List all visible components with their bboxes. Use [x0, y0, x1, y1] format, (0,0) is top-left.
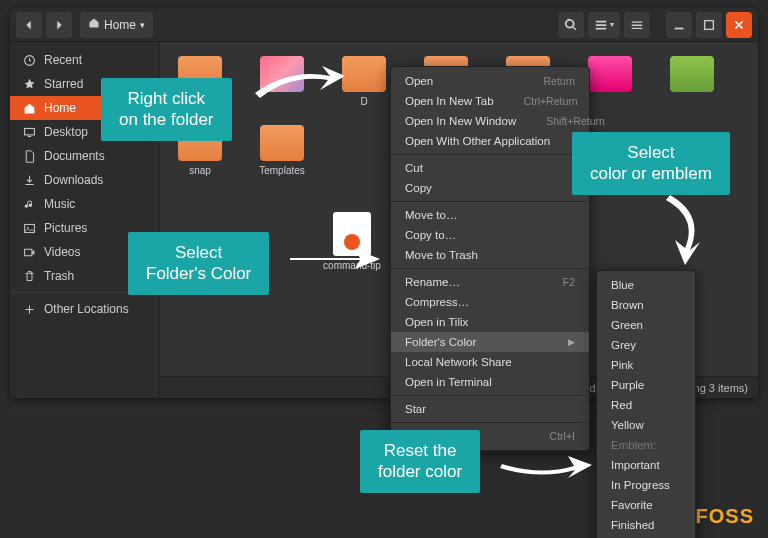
breadcrumb[interactable]: Home ▾	[80, 12, 153, 38]
sidebar-item-label: Trash	[44, 269, 74, 283]
nav-back-button[interactable]	[16, 12, 42, 38]
sidebar-item-label: Recent	[44, 53, 82, 67]
menu-item[interactable]: Move to Trash	[391, 245, 589, 265]
folder-label: snap	[189, 165, 211, 176]
folder-label: Templates	[259, 165, 305, 176]
sidebar-item-label: Music	[44, 197, 75, 211]
menu-item[interactable]: Cut	[391, 158, 589, 178]
sidebar-item-label: Home	[44, 101, 76, 115]
desktop-icon	[22, 125, 36, 139]
submenu-item[interactable]: Finished	[597, 515, 695, 535]
submenu-item[interactable]: Blue	[597, 275, 695, 295]
video-icon	[22, 245, 36, 259]
folder-icon	[260, 125, 304, 161]
arrow-icon	[290, 244, 385, 274]
menu-item[interactable]: Open In New WindowShift+Return	[391, 111, 589, 131]
breadcrumb-label: Home	[104, 18, 136, 32]
menu-item[interactable]: Compress…	[391, 292, 589, 312]
svg-rect-4	[24, 224, 34, 232]
folder-color-submenu: BlueBrownGreenGreyPinkPurpleRedYellowEmb…	[596, 270, 696, 538]
svg-rect-6	[24, 249, 31, 256]
callout-right-click: Right click on the folder	[101, 78, 232, 141]
submenu-item[interactable]: Purple	[597, 375, 695, 395]
view-list-button[interactable]: ▾	[588, 12, 620, 38]
hamburger-menu-button[interactable]	[624, 12, 650, 38]
arrow-icon	[650, 190, 720, 270]
menu-item[interactable]: Open in Terminal	[391, 372, 589, 392]
submenu-item[interactable]: Pink	[597, 355, 695, 375]
sidebar-item-documents[interactable]: Documents	[10, 144, 159, 168]
sidebar-item-label: Other Locations	[44, 302, 129, 316]
sidebar-item-other-locations[interactable]: Other Locations	[10, 297, 159, 321]
sidebar-item-label: Videos	[44, 245, 80, 259]
submenu-item: Emblem:	[597, 435, 695, 455]
sidebar-item-recent[interactable]: Recent	[10, 48, 159, 72]
submenu-item[interactable]: Red	[597, 395, 695, 415]
submenu-item[interactable]: Important	[597, 455, 695, 475]
sidebar-item-label: Pictures	[44, 221, 87, 235]
menu-item[interactable]: Folder's Color▶	[391, 332, 589, 352]
star-icon	[22, 77, 36, 91]
sidebar-item-music[interactable]: Music	[10, 192, 159, 216]
picture-icon	[22, 221, 36, 235]
menu-item[interactable]: OpenReturn	[391, 71, 589, 91]
submenu-item[interactable]: In Progress	[597, 475, 695, 495]
sidebar-item-label: Desktop	[44, 125, 88, 139]
home-icon	[22, 101, 36, 115]
minimize-button[interactable]	[666, 12, 692, 38]
search-button[interactable]	[558, 12, 584, 38]
menu-item[interactable]: Star	[391, 399, 589, 419]
sidebar-item-label: Documents	[44, 149, 105, 163]
menu-item[interactable]: Move to…	[391, 205, 589, 225]
menu-item[interactable]: Copy	[391, 178, 589, 198]
doc-icon	[22, 149, 36, 163]
folder-item[interactable]	[662, 56, 722, 107]
folder-icon	[670, 56, 714, 92]
menu-item[interactable]: Open in Tilix	[391, 312, 589, 332]
plus-icon	[22, 302, 36, 316]
music-icon	[22, 197, 36, 211]
submenu-item[interactable]: Favorite	[597, 495, 695, 515]
folder-icon	[588, 56, 632, 92]
context-menu: OpenReturnOpen In New TabCtrl+ReturnOpen…	[390, 66, 590, 451]
arrow-icon	[250, 58, 350, 108]
close-button[interactable]	[726, 12, 752, 38]
sidebar-item-downloads[interactable]: Downloads	[10, 168, 159, 192]
callout-select-color-emblem: Select color or emblem	[572, 132, 730, 195]
maximize-button[interactable]	[696, 12, 722, 38]
clock-icon	[22, 53, 36, 67]
menu-item[interactable]: Local Network Share	[391, 352, 589, 372]
svg-rect-1	[705, 20, 714, 29]
sidebar-item-label: Starred	[44, 77, 83, 91]
sidebar-item-label: Downloads	[44, 173, 103, 187]
trash-icon	[22, 269, 36, 283]
folder-label: D	[360, 96, 367, 107]
menu-item[interactable]: Rename…F2	[391, 272, 589, 292]
submenu-item[interactable]: Grey	[597, 335, 695, 355]
nav-forward-button[interactable]	[46, 12, 72, 38]
chevron-right-icon: ▶	[568, 337, 575, 347]
menu-item[interactable]: Open In New TabCtrl+Return	[391, 91, 589, 111]
svg-rect-0	[675, 27, 684, 29]
folder-item[interactable]: Templates	[252, 125, 312, 176]
home-icon	[88, 17, 100, 32]
submenu-item[interactable]: Yellow	[597, 415, 695, 435]
menu-item[interactable]: Copy to…	[391, 225, 589, 245]
menu-item[interactable]: Open With Other Application	[391, 131, 589, 151]
callout-reset-color: Reset the folder color	[360, 430, 480, 493]
callout-select-folder-color: Select Folder's Color	[128, 232, 269, 295]
titlebar: Home ▾ ▾	[10, 8, 758, 42]
chevron-down-icon: ▾	[140, 20, 145, 30]
arrow-icon	[500, 450, 600, 490]
submenu-item[interactable]: Brown	[597, 295, 695, 315]
svg-rect-3	[24, 128, 34, 135]
submenu-item[interactable]: Green	[597, 315, 695, 335]
download-icon	[22, 173, 36, 187]
